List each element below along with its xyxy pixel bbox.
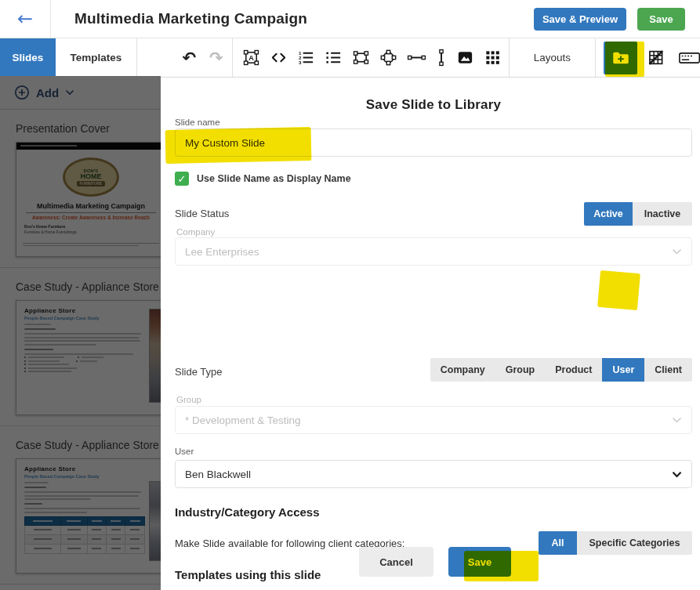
svg-text:3: 3 xyxy=(299,60,302,65)
modal-save-button[interactable]: Save xyxy=(448,547,511,577)
svg-text:A: A xyxy=(248,54,254,62)
company-label: Company xyxy=(176,227,692,237)
modal-backdrop[interactable] xyxy=(0,76,161,590)
tab-slides[interactable]: Slides xyxy=(0,38,56,77)
code-icon[interactable] xyxy=(270,49,288,67)
app-header: ← Multimedia Marketing Campaign Save & P… xyxy=(0,0,700,38)
text-box-icon[interactable]: A xyxy=(242,49,260,67)
bullet-list-icon[interactable] xyxy=(325,49,343,67)
display-name-checkbox-row[interactable]: ✓ Use Slide Name as Display Name xyxy=(175,172,692,186)
cancel-button[interactable]: Cancel xyxy=(359,547,433,577)
page-title: Multimedia Marketing Campaign xyxy=(74,10,307,27)
redo-icon[interactable]: ↷ xyxy=(207,48,226,68)
company-select-value: Lee Enterprises xyxy=(185,246,672,258)
modal-title: Save Slide to Library xyxy=(175,97,692,113)
category-option-all[interactable]: All xyxy=(539,531,577,555)
insert-tools-group: A 1 2 3 xyxy=(233,49,509,67)
user-select[interactable]: Ben Blackwell xyxy=(175,460,692,488)
group-label: Group xyxy=(176,395,692,404)
slide-type-option-company[interactable]: Company xyxy=(430,358,495,382)
checkbox-checked-icon[interactable]: ✓ xyxy=(175,172,189,186)
slide-name-value: My Custom Slide xyxy=(185,137,682,149)
slide-status-toggle: Active Inactive xyxy=(584,202,692,226)
undo-icon[interactable]: ↶ xyxy=(180,48,198,68)
rectangle-shape-icon[interactable] xyxy=(352,49,370,67)
save-and-preview-button[interactable]: Save & Preview xyxy=(534,8,626,31)
category-option-specific[interactable]: Specific Categories xyxy=(577,531,692,555)
grid-off-icon[interactable] xyxy=(647,48,666,67)
toolbar-divider xyxy=(136,38,137,77)
display-name-checkbox-label: Use Slide Name as Display Name xyxy=(197,173,351,184)
chevron-down-icon xyxy=(672,248,682,255)
vertical-line-icon[interactable] xyxy=(436,49,447,67)
status-option-active[interactable]: Active xyxy=(584,202,633,226)
image-icon[interactable] xyxy=(456,49,474,67)
status-option-inactive[interactable]: Inactive xyxy=(633,202,692,226)
layouts-button[interactable]: Layouts xyxy=(510,52,595,63)
app-window: ← Multimedia Marketing Campaign Save & P… xyxy=(0,0,700,590)
slide-type-segmented-control: Company Group Product User Client xyxy=(430,358,692,382)
ordered-list-icon[interactable]: 1 2 3 xyxy=(297,49,315,67)
save-slide-to-library-modal: Save Slide to Library Slide name My Cust… xyxy=(161,78,700,590)
category-access-toggle: All Specific Categories xyxy=(539,531,692,555)
slide-type-option-client[interactable]: Client xyxy=(644,358,692,382)
keyboard-icon[interactable] xyxy=(678,48,700,67)
save-to-library-folder-button[interactable] xyxy=(604,42,637,74)
group-select-value: * Development & Testing xyxy=(185,414,672,426)
company-select-disabled: Lee Enterprises xyxy=(175,237,692,266)
editor-toolbar: Slides Templates ↶ ↷ A 1 2 3 xyxy=(0,38,700,78)
user-select-value: Ben Blackwell xyxy=(185,469,672,480)
header-save-button[interactable]: Save xyxy=(637,8,685,31)
horizontal-line-icon[interactable] xyxy=(407,49,426,67)
slide-name-input[interactable]: My Custom Slide xyxy=(175,128,692,157)
group-select-disabled: * Development & Testing xyxy=(175,406,692,434)
slide-type-option-group[interactable]: Group xyxy=(495,358,546,382)
chevron-down-icon xyxy=(672,471,682,478)
grid-dots-icon[interactable] xyxy=(484,49,502,67)
slide-name-label: Slide name xyxy=(175,118,692,127)
folder-plus-icon xyxy=(611,48,631,68)
chevron-down-icon xyxy=(672,417,682,423)
user-label: User xyxy=(175,447,692,456)
slide-type-option-product[interactable]: Product xyxy=(545,358,602,382)
toolbar-divider xyxy=(595,38,596,77)
templates-heading: Templates using this slide xyxy=(175,568,692,581)
back-button[interactable]: ← xyxy=(0,0,51,38)
ellipse-shape-icon[interactable] xyxy=(379,49,397,67)
back-arrow-icon: ← xyxy=(17,9,33,28)
slide-type-option-user[interactable]: User xyxy=(602,358,644,382)
tab-templates[interactable]: Templates xyxy=(56,38,137,77)
industry-category-heading: Industry/Category Access xyxy=(175,505,692,519)
